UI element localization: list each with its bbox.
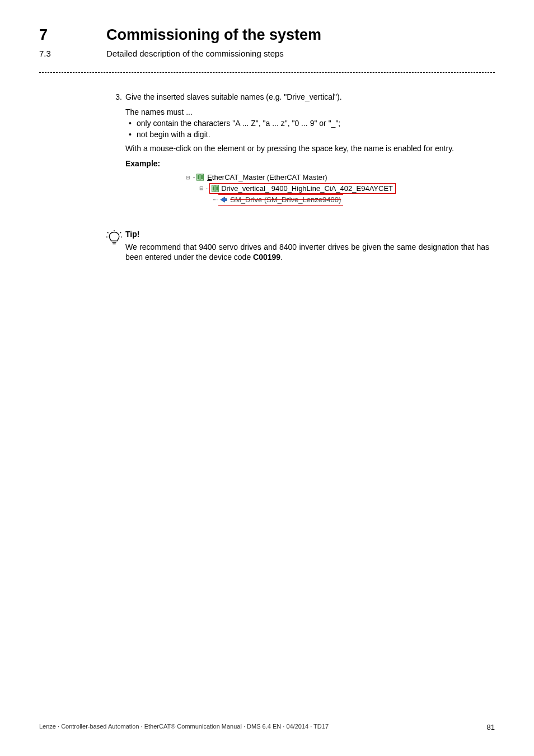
tree-grandchild: ···· SM_Drive (SM_Drive_Lenze9400): [212, 194, 489, 206]
page-number: 81: [487, 722, 495, 732]
rule-item: only contain the characters "A ... Z", "…: [129, 118, 489, 129]
svg-line-12: [107, 232, 109, 233]
names-intro: The names must ...: [125, 107, 489, 118]
tree-child-highlighted: ⊟ ·· Drive_vertical_ 9400_HighLine_CiA_4…: [198, 183, 489, 194]
example-label: Example:: [125, 158, 489, 169]
tip-text: We recommend that 9400 servo drives and …: [125, 242, 489, 263]
device-card-icon: [211, 184, 219, 193]
tip-text-part: .: [280, 253, 283, 262]
tree-root: ⊟ ·· EtherCAT_Master (EtherCAT Master): [185, 172, 489, 183]
page-footer: Lenze · Controller-based Automation · Et…: [39, 722, 495, 732]
device-card-icon: [196, 173, 204, 181]
tree-grandchild-label: SM_Drive (SM_Drive_Lenze9400): [230, 195, 341, 205]
tree-branch-icon: ··: [205, 184, 209, 193]
step-3: 3. Give the inserted slaves suitable nam…: [106, 92, 489, 102]
svg-rect-2: [198, 175, 199, 180]
mouse-click-paragraph: With a mouse-click on the element or by …: [125, 143, 489, 154]
tip-body: Tip! We recommend that 9400 servo drives…: [125, 229, 489, 263]
tree-branch-icon: ····: [212, 195, 218, 204]
rule-item: not begin with a digit.: [129, 129, 489, 140]
drive-arrow-icon: [219, 195, 228, 204]
tree-root-label: therCAT_Master (EtherCAT Master): [212, 172, 327, 183]
svg-rect-6: [213, 186, 214, 191]
chapter-number: 7: [39, 25, 106, 45]
tree-branch-icon: ··: [191, 173, 196, 181]
strike-box: SM_Drive (SM_Drive_Lenze9400): [218, 194, 343, 206]
svg-rect-3: [202, 175, 203, 180]
device-tree: ⊟ ·· EtherCAT_Master (EtherCAT Master) ⊟…: [185, 172, 489, 206]
tip-title: Tip!: [125, 229, 489, 240]
expand-icon: ⊟: [185, 174, 191, 181]
section-number: 7.3: [39, 48, 106, 59]
chapter-title: Commissioning of the system: [106, 25, 321, 45]
tree-root-label-u: E: [207, 172, 212, 183]
tip-block: Tip! We recommend that 9400 servo drives…: [106, 229, 489, 263]
separator-line: [39, 72, 495, 73]
tip-lightbulb-icon: [106, 229, 125, 263]
step-number: 3.: [106, 92, 125, 102]
expand-icon: ⊟: [198, 185, 205, 192]
body-content: 3. Give the inserted slaves suitable nam…: [106, 92, 489, 263]
section-header: 7.3 Detailed description of the commissi…: [39, 48, 495, 59]
tree-child-label: Drive_vertical_ 9400_HighLine_CiA_402_E9…: [221, 184, 393, 194]
svg-rect-7: [217, 186, 218, 191]
step-text: Give the inserted slaves suitable names …: [125, 92, 489, 102]
section-title: Detailed description of the commissionin…: [106, 48, 284, 59]
tip-code: C00199: [253, 253, 280, 262]
name-rules-list: only contain the characters "A ... Z", "…: [129, 118, 489, 140]
svg-marker-8: [221, 197, 227, 202]
footer-left: Lenze · Controller-based Automation · Et…: [39, 722, 329, 732]
page: 7 Commissioning of the system 7.3 Detail…: [0, 0, 534, 756]
svg-line-13: [120, 232, 121, 233]
highlight-box: Drive_vertical_ 9400_HighLine_CiA_402_E9…: [209, 183, 396, 194]
chapter-header: 7 Commissioning of the system: [39, 25, 495, 45]
tip-text-part: We recommend that 9400 servo drives and …: [125, 242, 489, 262]
